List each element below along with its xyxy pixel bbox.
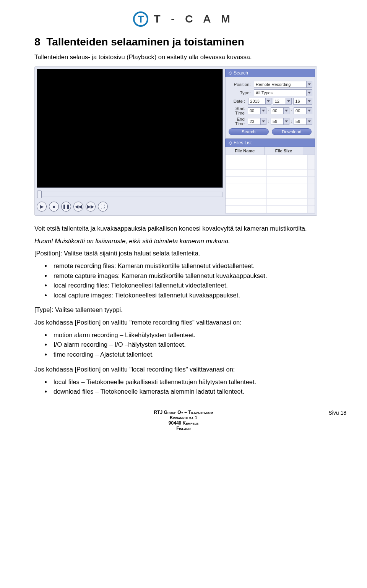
table-row[interactable] xyxy=(226,206,315,213)
type-label: Type: xyxy=(228,90,252,95)
bullet-list-1: remote recording files: Kameran muistiko… xyxy=(34,261,333,300)
col-file-name: File Name xyxy=(226,147,265,155)
logo-icon: T xyxy=(133,11,148,27)
table-row[interactable] xyxy=(226,191,315,199)
playback-screenshot: ▶ ■ ❚❚ ◀◀ ▶▶ ⛶ ◇ Search Position: Remote… xyxy=(34,66,317,216)
table-row[interactable] xyxy=(226,177,315,184)
bullet-list-3: local files – Tietokoneelle paikallisest… xyxy=(34,377,333,397)
end-h-select[interactable]: 23 xyxy=(248,118,266,125)
table-row[interactable] xyxy=(226,170,315,177)
type-select[interactable]: All Types xyxy=(254,89,312,96)
list-item: I/O alarm recording – I/O –hälytysten ta… xyxy=(51,340,333,350)
slider-handle[interactable] xyxy=(37,191,42,198)
list-item: local recording files: Tietokoneellesi t… xyxy=(51,281,333,291)
para-search-desc: Voit etsiä tallenteita ja kuvakaappauksi… xyxy=(34,224,333,233)
prev-button[interactable]: ◀◀ xyxy=(73,202,83,212)
start-time-label: Start Time xyxy=(228,106,246,115)
bullet-list-2: motion alarm recording – Liikehälytysten… xyxy=(34,330,333,360)
collapse-icon: ◇ xyxy=(229,140,232,145)
end-s-select[interactable]: 59 xyxy=(294,118,312,125)
fullscreen-button[interactable]: ⛶ xyxy=(98,202,108,212)
header-logo: T T - C A M xyxy=(34,11,333,27)
files-table: File Name File Size xyxy=(225,147,315,213)
date-year-select[interactable]: 2013 xyxy=(248,98,271,105)
footer-line-3: 90440 Kempele xyxy=(34,420,333,426)
scrollbar-head xyxy=(303,147,315,155)
intro-paragraph: Tallenteiden selaus- ja toistosivu (Play… xyxy=(34,53,333,61)
date-day-select[interactable]: 16 xyxy=(293,98,312,105)
start-m-select[interactable]: 00 xyxy=(271,107,289,114)
list-item: remote recording files: Kameran muistiko… xyxy=(51,261,333,271)
page-number: Sivu 18 xyxy=(328,410,346,416)
next-button[interactable]: ▶▶ xyxy=(86,202,96,212)
collapse-icon: ◇ xyxy=(229,70,232,76)
video-preview xyxy=(37,69,223,188)
start-s-select[interactable]: 00 xyxy=(294,107,312,114)
playback-slider[interactable] xyxy=(37,192,223,197)
page-heading: 8 Tallenteiden selaaminen ja toistaminen xyxy=(34,36,333,48)
date-month-select[interactable]: 12 xyxy=(273,98,292,105)
table-row[interactable] xyxy=(226,199,315,206)
position-label: Position: xyxy=(228,82,252,87)
search-panel-body: Position: Remote Recording Type: All Typ… xyxy=(225,77,315,139)
play-button[interactable]: ▶ xyxy=(37,202,47,212)
position-select[interactable]: Remote Recording xyxy=(254,81,312,88)
footer-line-2: Kissankulma 1 xyxy=(34,415,333,420)
para-note: Huom! Muistikortti on lisävaruste, eikä … xyxy=(34,237,333,245)
stop-button[interactable]: ■ xyxy=(49,202,59,212)
page-footer: RTJ Group Oy – Tilavahti.com Kissankulma… xyxy=(34,410,333,431)
list-item: time recording – Ajastetut tallenteet. xyxy=(51,350,333,360)
search-panel-header[interactable]: ◇ Search xyxy=(225,69,315,77)
footer-line-1: RTJ Group Oy – Tilavahti.com xyxy=(34,410,333,415)
search-panel-title: Search xyxy=(234,70,248,76)
list-item: remote capture images: Kameran muistikor… xyxy=(51,271,333,281)
end-m-select[interactable]: 59 xyxy=(271,118,289,125)
start-h-select[interactable]: 00 xyxy=(248,107,266,114)
list-item: local files – Tietokoneelle paikallisest… xyxy=(51,377,333,387)
para-remote-select: Jos kohdassa [Position] on valittu "remo… xyxy=(34,318,333,326)
date-label: Date : xyxy=(228,99,247,103)
files-panel-header[interactable]: ◇ Files List xyxy=(225,139,315,147)
para-type: [Type]: Valitse tallenteen tyyppi. xyxy=(34,305,333,314)
list-item: motion alarm recording – Liikehälytysten… xyxy=(51,330,333,340)
list-item: download files – Tietokoneelle kamerasta… xyxy=(51,387,333,397)
list-item: local capture images: Tietokoneellesi ta… xyxy=(51,291,333,300)
table-row[interactable] xyxy=(226,184,315,191)
end-time-label: End Time xyxy=(228,117,246,126)
para-local-select: Jos kohdassa [Position] on valittu "loca… xyxy=(34,365,333,373)
search-button[interactable]: Search xyxy=(229,128,269,135)
pause-button[interactable]: ❚❚ xyxy=(61,202,71,212)
footer-line-4: Finland xyxy=(34,426,333,431)
col-file-size: File Size xyxy=(265,147,304,155)
files-panel-title: Files List xyxy=(234,140,252,145)
logo-text: T - C A M xyxy=(154,13,234,25)
download-button[interactable]: Download xyxy=(272,128,312,135)
para-position: [Position]: Valitse tästä sijainti josta… xyxy=(34,249,333,257)
table-row[interactable] xyxy=(226,162,315,170)
table-row[interactable] xyxy=(226,155,315,162)
